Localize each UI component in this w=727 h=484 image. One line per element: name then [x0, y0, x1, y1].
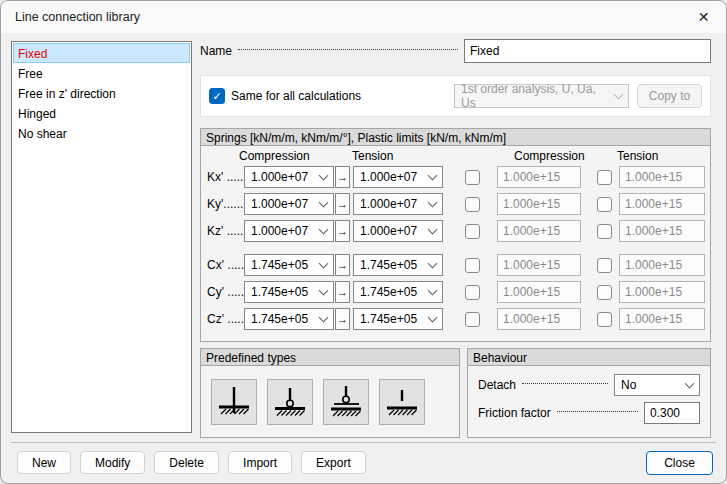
plastic-compression-checkbox[interactable] — [465, 258, 480, 273]
copy-value-arrow-button[interactable]: → — [335, 281, 350, 303]
compression-combo[interactable]: 1.745e+05 — [244, 254, 334, 276]
list-item-no-shear[interactable]: No shear — [13, 123, 190, 143]
predefined-types-title: Predefined types — [200, 348, 460, 366]
spring-row-cy: Cy' ..... 1.745e+05 → 1.745e+05 1.000e+1… — [207, 281, 710, 303]
hinged-support-button[interactable] — [267, 379, 313, 425]
connection-list: Fixed Free Free in z' direction Hinged N… — [11, 41, 192, 433]
close-button[interactable]: Close — [646, 451, 713, 475]
friction-label: Friction factor — [478, 406, 551, 420]
behaviour-group: Behaviour Detach No Friction factor — [467, 348, 711, 438]
list-item-free[interactable]: Free — [13, 63, 190, 83]
detach-value: No — [621, 378, 636, 392]
row-label: Ky'...... — [207, 197, 244, 211]
chevron-down-icon — [428, 224, 438, 234]
spring-row-cz: Cz' ..... 1.745e+05 → 1.745e+05 1.000e+1… — [207, 308, 710, 330]
plastic-tension-checkbox[interactable] — [597, 258, 612, 273]
plastic-compression-checkbox[interactable] — [465, 285, 480, 300]
plastic-compression-field: 1.000e+15 — [497, 281, 581, 303]
header-compression-2: Compression — [514, 149, 585, 163]
compression-combo[interactable]: 1.000e+07 — [244, 193, 334, 215]
row-label: Cz' ..... — [207, 312, 244, 326]
list-item-free-in-z[interactable]: Free in z' direction — [13, 83, 190, 103]
plastic-tension-checkbox[interactable] — [597, 312, 612, 327]
plastic-tension-field: 1.000e+15 — [619, 254, 705, 276]
springs-group-body: Compression Tension Compression Tension … — [200, 146, 711, 342]
chevron-down-icon — [428, 170, 438, 180]
plastic-tension-checkbox[interactable] — [597, 224, 612, 239]
free-support-button[interactable] — [379, 379, 425, 425]
copy-to-button: Copy to — [637, 84, 702, 108]
import-button[interactable]: Import — [228, 451, 292, 474]
copy-value-arrow-button[interactable]: → — [335, 254, 350, 276]
detach-dropdown[interactable]: No — [614, 374, 700, 396]
spring-row-kx: Kx' ..... 1.000e+07 → 1.000e+07 1.000e+1… — [207, 166, 710, 188]
chevron-down-icon — [319, 285, 329, 295]
plastic-compression-checkbox[interactable] — [465, 170, 480, 185]
tension-combo[interactable]: 1.745e+05 — [353, 281, 443, 303]
export-button[interactable]: Export — [301, 451, 366, 474]
same-for-all-checkbox[interactable]: ✓ — [209, 88, 225, 104]
rigid-support-icon — [214, 382, 254, 422]
compression-combo[interactable]: 1.745e+05 — [244, 308, 334, 330]
delete-button[interactable]: Delete — [154, 451, 219, 474]
plastic-tension-field: 1.000e+15 — [619, 308, 705, 330]
plastic-compression-checkbox[interactable] — [465, 224, 480, 239]
header-compression-1: Compression — [239, 149, 310, 163]
name-input[interactable] — [464, 39, 711, 63]
title-bar: Line connection library ✕ — [1, 1, 726, 33]
behaviour-body: Detach No Friction factor — [467, 366, 711, 438]
plastic-tension-checkbox[interactable] — [597, 170, 612, 185]
plastic-tension-checkbox[interactable] — [597, 285, 612, 300]
springs-group: Springs [kN/m/m, kNm/m/°], Plastic limit… — [200, 128, 711, 342]
plastic-compression-field: 1.000e+15 — [497, 254, 581, 276]
plastic-tension-checkbox[interactable] — [597, 197, 612, 212]
modify-button[interactable]: Modify — [80, 451, 145, 474]
calculation-type-dropdown: 1st order analysis, U, Ua, Us — [454, 84, 629, 108]
footer-separator — [11, 442, 716, 443]
plastic-compression-checkbox[interactable] — [465, 312, 480, 327]
tension-combo[interactable]: 1.000e+07 — [353, 166, 443, 188]
compression-combo[interactable]: 1.000e+07 — [244, 166, 334, 188]
roller-support-icon — [326, 382, 366, 422]
header-tension-2: Tension — [617, 149, 658, 163]
dotted-leader — [238, 49, 458, 50]
spring-row-ky: Ky'...... 1.000e+07 → 1.000e+07 1.000e+1… — [207, 193, 710, 215]
plastic-compression-field: 1.000e+15 — [497, 308, 581, 330]
chevron-down-icon — [614, 89, 624, 99]
compression-combo[interactable]: 1.000e+07 — [244, 220, 334, 242]
close-icon[interactable]: ✕ — [681, 1, 726, 33]
calculation-type-value: 1st order analysis, U, Ua, Us — [461, 82, 607, 110]
rigid-support-button[interactable] — [211, 379, 257, 425]
compression-combo[interactable]: 1.745e+05 — [244, 281, 334, 303]
copy-value-arrow-button[interactable]: → — [335, 220, 350, 242]
plastic-compression-checkbox[interactable] — [465, 197, 480, 212]
copy-value-arrow-button[interactable]: → — [335, 166, 350, 188]
roller-support-button[interactable] — [323, 379, 369, 425]
plastic-tension-field: 1.000e+15 — [619, 193, 705, 215]
chevron-down-icon — [319, 224, 329, 234]
tension-combo[interactable]: 1.000e+07 — [353, 220, 443, 242]
tension-combo[interactable]: 1.745e+05 — [353, 254, 443, 276]
plastic-compression-field: 1.000e+15 — [497, 166, 581, 188]
free-support-icon — [382, 382, 422, 422]
name-label: Name — [200, 44, 232, 58]
chevron-down-icon — [319, 197, 329, 207]
list-item-hinged[interactable]: Hinged — [13, 103, 190, 123]
chevron-down-icon — [319, 258, 329, 268]
plastic-tension-field: 1.000e+15 — [619, 220, 705, 242]
predefined-types-body — [200, 366, 460, 438]
copy-value-arrow-button[interactable]: → — [335, 193, 350, 215]
same-for-all-label: Same for all calculations — [231, 89, 361, 103]
tension-combo[interactable]: 1.745e+05 — [353, 308, 443, 330]
tension-combo[interactable]: 1.000e+07 — [353, 193, 443, 215]
plastic-tension-field: 1.000e+15 — [619, 166, 705, 188]
copy-value-arrow-button[interactable]: → — [335, 308, 350, 330]
new-button[interactable]: New — [17, 451, 71, 474]
chevron-down-icon — [428, 312, 438, 322]
plastic-compression-field: 1.000e+15 — [497, 220, 581, 242]
name-row: Name — [200, 39, 711, 63]
list-item-fixed[interactable]: Fixed — [13, 43, 190, 63]
chevron-down-icon — [319, 170, 329, 180]
friction-factor-input[interactable] — [644, 402, 700, 424]
detach-label: Detach — [478, 378, 516, 392]
